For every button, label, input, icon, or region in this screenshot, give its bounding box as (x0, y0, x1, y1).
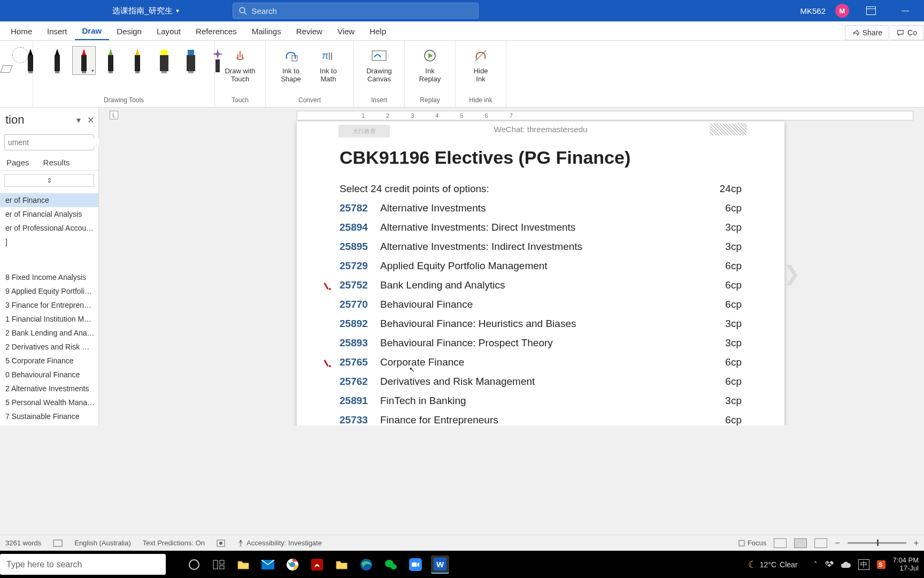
tab-insert[interactable]: Insert (40, 22, 75, 40)
nav-search-input[interactable]: ▾ (4, 134, 94, 150)
math-icon: π (321, 48, 336, 63)
eraser-icon[interactable] (0, 65, 12, 73)
nav-item[interactable]: 5 Corporate Finance (0, 354, 98, 368)
close-icon[interactable]: ✕ (87, 115, 94, 125)
moon-icon: ☾ (748, 559, 757, 571)
word-icon[interactable]: W (431, 556, 449, 574)
minimize-icon[interactable] (893, 0, 918, 21)
nav-item[interactable]: 2 Derivatives and Risk Ma… (0, 340, 98, 354)
tab-design[interactable]: Design (109, 22, 149, 40)
course-code: 25770 (340, 299, 380, 310)
tab-review[interactable]: Review (289, 22, 330, 40)
folder-icon[interactable] (333, 556, 351, 574)
language-status[interactable]: English (Australia) (74, 539, 131, 547)
tab-help[interactable]: Help (362, 22, 394, 40)
tab-stop-indicator[interactable]: L (110, 111, 118, 119)
tab-view[interactable]: View (330, 22, 362, 40)
tray-expand-icon[interactable]: ˄ (814, 560, 818, 568)
tab-draw[interactable]: Draw (75, 22, 110, 40)
pen-5[interactable] (152, 46, 176, 75)
nav-item[interactable]: 3 Finance for Entrepreneurs (0, 298, 98, 312)
pen-0[interactable] (19, 46, 42, 75)
cortana-icon[interactable] (185, 556, 203, 574)
chevron-down-icon[interactable]: ▾ (76, 115, 81, 125)
svg-rect-3 (28, 55, 33, 71)
tab-layout[interactable]: Layout (149, 22, 188, 40)
hide-ink-button[interactable]: Hide Ink (462, 44, 499, 83)
nav-item[interactable]: ] (0, 235, 98, 249)
tab-references[interactable]: References (188, 22, 244, 40)
spellcheck-icon[interactable] (53, 539, 63, 547)
nav-item[interactable]: 1 Financial Institution Ma… (0, 312, 98, 326)
nav-search-field[interactable] (8, 138, 102, 147)
pen-3[interactable] (99, 46, 122, 75)
ime-icon[interactable]: 中 (858, 559, 869, 570)
weather-widget[interactable]: ☾ 12°C Clear (748, 559, 798, 571)
ink-to-shape-button[interactable]: Ink to Shape (272, 44, 310, 83)
avatar[interactable]: M (835, 4, 849, 18)
svg-rect-6 (55, 55, 60, 71)
print-layout-button[interactable] (794, 538, 807, 548)
pen-2[interactable]: ▾ (72, 46, 96, 75)
web-layout-button[interactable] (814, 538, 827, 548)
nav-item[interactable]: 2 Bank Lending and Analy… (0, 326, 98, 340)
ink-replay-button[interactable]: Ink Replay (411, 44, 449, 83)
nav-item[interactable]: er of Professional Accoun… (0, 221, 98, 235)
svg-marker-2 (28, 49, 33, 55)
course-name: Derivatives and Risk Management (380, 376, 535, 387)
nav-tab-results[interactable]: Results (43, 158, 70, 167)
user-name[interactable]: MK562 (800, 6, 826, 16)
pen-4[interactable] (126, 46, 149, 75)
accessibility-status[interactable]: Accessibility: Investigate (237, 539, 322, 547)
acrobat-icon[interactable] (308, 556, 326, 574)
task-view-icon[interactable] (210, 556, 228, 574)
ink-to-math-button[interactable]: π Ink to Math (310, 44, 347, 83)
course-row: 25891FinTech in Banking3cp (340, 395, 742, 407)
search-input[interactable]: Search (233, 3, 479, 19)
nav-item[interactable]: 2 Alternative Investments (0, 382, 98, 396)
drawing-canvas-button[interactable]: Drawing Canvas (360, 44, 398, 83)
onedrive-icon[interactable] (841, 561, 851, 568)
nav-tab-pages[interactable]: Pages (6, 158, 29, 167)
course-name: Bank Lending and Analytics (380, 279, 505, 291)
zoom-in-button[interactable]: + (914, 538, 919, 548)
file-explorer-icon[interactable] (234, 556, 252, 574)
zoom-icon[interactable] (406, 556, 425, 574)
pen-gallery[interactable]: ▾ (19, 44, 229, 75)
horizontal-ruler[interactable]: 1234567 (297, 111, 913, 120)
pen-7[interactable] (206, 46, 229, 75)
focus-button[interactable]: Focus (738, 539, 766, 547)
nav-item[interactable]: er of Financial Analysis (0, 207, 98, 221)
pen-1[interactable] (45, 46, 69, 75)
nav-item[interactable]: 8 Fixed Income Analysis (0, 270, 98, 284)
read-mode-button[interactable] (774, 538, 787, 548)
nav-item[interactable]: 9 Applied Equity Portfolio… (0, 284, 98, 298)
nav-item[interactable]: 7 Sustainable Finance (0, 409, 98, 423)
nav-item[interactable]: 5 Personal Wealth Manag… (0, 396, 98, 409)
macro-icon[interactable] (217, 539, 225, 547)
text-predictions-status[interactable]: Text Predictions: On (143, 539, 205, 547)
windows-search-input[interactable]: Type here to search (0, 554, 166, 575)
zoom-slider[interactable] (848, 542, 906, 544)
comments-button[interactable]: Co (890, 25, 924, 40)
wechat-icon[interactable] (382, 556, 400, 574)
clock[interactable]: 7:04 PM 17-Jul (893, 557, 919, 573)
ribbon-display-icon[interactable] (859, 0, 883, 21)
document-title[interactable]: 选课指南_研究生 ▾ (112, 6, 179, 16)
chrome-icon[interactable] (283, 556, 302, 574)
nav-item[interactable]: 0 Behavioural Finance (0, 368, 98, 382)
word-count[interactable]: 3261 words (5, 539, 41, 547)
tab-mailings[interactable]: Mailings (244, 22, 289, 40)
mail-icon[interactable] (259, 556, 277, 574)
pen-6[interactable] (179, 46, 203, 75)
tab-home[interactable]: Home (3, 22, 40, 40)
sogou-icon[interactable]: S (877, 560, 886, 569)
svg-rect-16 (135, 71, 140, 73)
share-button[interactable]: Share (845, 25, 889, 40)
document-area[interactable]: L 1234567 大行教育 WeChat: threemastersedu C… (99, 108, 924, 425)
nav-expand-button[interactable]: ⇕ (4, 174, 94, 187)
nav-item[interactable]: er of Finance (0, 193, 98, 207)
dropbox-icon[interactable] (825, 561, 834, 568)
zoom-out-button[interactable]: − (835, 538, 840, 548)
edge-icon[interactable] (357, 556, 375, 574)
